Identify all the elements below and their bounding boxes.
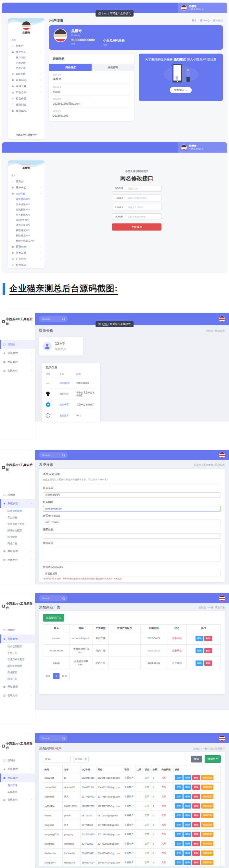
submit-modify-button[interactable]: 立即修改 <box>112 223 162 230</box>
edit-button[interactable]: 编辑 <box>183 794 191 799</box>
user-search-input[interactable] <box>43 756 70 763</box>
sidebar-item-user-center[interactable]: ◉用户中心› <box>8 49 45 55</box>
sidebar-subitem-business-config[interactable]: 商业配置 <box>0 669 35 676</box>
sidebar-item-system-params[interactable]: ◈系统参数› <box>0 765 35 774</box>
sidebar-item-other-tools[interactable]: ◆其他工具› <box>8 83 45 89</box>
sidebar-item-console[interactable]: ▢控制台 <box>0 626 35 634</box>
edit-button[interactable]: 编辑 <box>183 860 191 865</box>
delete-button[interactable]: 删除 <box>192 860 200 865</box>
pskey-input[interactable] <box>126 206 161 209</box>
sidebar-item-donate[interactable]: ¥打赏作者 <box>8 95 45 102</box>
header-avatar[interactable] <box>219 595 225 601</box>
sidebar-item-ad-coop[interactable]: ▤广告合作› <box>8 89 45 95</box>
search-button[interactable]: 搜索 <box>191 756 202 763</box>
sidebar-item-online-pay[interactable]: ▥在线支付› <box>0 795 35 804</box>
edit-button[interactable]: 编辑 <box>183 841 191 846</box>
delete-button[interactable]: 删除 <box>192 813 200 818</box>
search-input[interactable]: Search... <box>39 452 67 458</box>
admin-qq-input[interactable] <box>43 520 221 525</box>
remove-perm-button[interactable]: 移除权限 <box>201 813 213 818</box>
header-avatar[interactable] <box>219 316 225 322</box>
sidebar-item-system-params[interactable]: ◈系统参数› <box>0 499 35 508</box>
remove-perm-button[interactable]: 移除权限 <box>201 841 213 846</box>
tab-my-info[interactable]: 我的信息 <box>49 64 92 71</box>
sidebar-subitem-mail-sms[interactable]: 邮件短信配置 <box>0 527 35 534</box>
login-button[interactable]: 登录 <box>175 832 182 837</box>
login-button[interactable]: 登录 <box>175 813 182 818</box>
login-button[interactable]: 登录 <box>175 794 182 799</box>
icp-input[interactable] <box>43 533 221 539</box>
sidebar-subitem-admin-account[interactable]: 管理员账号配置 <box>0 656 35 663</box>
remove-perm-button[interactable]: 移除权限 <box>201 832 213 837</box>
sidebar-subitem-api[interactable]: 说说删除API <box>8 207 45 212</box>
login-button[interactable]: 登录 <box>175 860 182 865</box>
sidebar-item-site-manage[interactable]: ▣网站管理› <box>0 547 35 556</box>
sidebar-item-console[interactable]: ⌂控制台 <box>8 178 45 184</box>
pagination-last[interactable]: 尾页 <box>59 673 69 679</box>
info-link[interactable]: 我的QQ号 <box>59 381 76 385</box>
delete-button[interactable]: 删除 <box>192 850 200 856</box>
brand[interactable]: 小西瓜API工具箱后台 <box>0 742 35 750</box>
search-input[interactable]: Search... <box>39 735 67 741</box>
delete-button[interactable]: 删除 <box>192 794 200 799</box>
edit-button[interactable]: 编辑 <box>183 775 191 780</box>
add-user-button[interactable]: 添加用户 <box>205 755 221 763</box>
pagination-current[interactable]: 1 <box>53 673 59 679</box>
login-button[interactable]: 登录 <box>175 841 182 846</box>
sidebar-item-site-manage[interactable]: ▣网站管理› <box>0 358 35 366</box>
remove-perm-button[interactable]: 移除权限 <box>201 803 213 809</box>
sidebar-item-online-pay[interactable]: ▥在线支付› <box>0 556 35 564</box>
site-name-input[interactable] <box>43 492 221 498</box>
tab-change-password[interactable]: 修改密码 <box>92 64 134 71</box>
sidebar-item-online-pay[interactable]: ▥在线支付› <box>0 691 35 700</box>
site-url-input[interactable] <box>43 506 221 512</box>
edit-button[interactable]: 编辑 <box>183 850 191 856</box>
sidebar-item-site-manage[interactable]: ▣网站管理› <box>0 774 35 782</box>
remove-perm-button[interactable]: 移除权限 <box>201 794 213 799</box>
login-button[interactable]: 登录 <box>175 775 182 780</box>
login-button[interactable]: 登录 <box>175 850 182 856</box>
info-link[interactable]: 当前版本 <box>59 414 76 417</box>
sidebar-item-get-skey[interactable]: ▣获取skey› <box>8 244 45 250</box>
sidebar-item-get-skey[interactable]: ▣获取skey› <box>8 77 45 83</box>
sidebar-item-online-pay[interactable]: ▥在线支付› <box>0 366 35 375</box>
login-button[interactable]: 登录 <box>175 822 182 828</box>
sidebar-subitem-api[interactable]: 说说评论API <box>8 223 45 228</box>
sidebar-item-feedback[interactable]: ▣反馈BUG <box>8 108 45 114</box>
qq-account-input[interactable] <box>126 187 161 190</box>
sidebar-item-donate[interactable]: ¥打赏作者 <box>8 262 45 268</box>
delete-button[interactable]: 删除 <box>204 648 212 653</box>
delete-button[interactable]: 删除 <box>204 636 212 641</box>
delete-button[interactable]: 删除 <box>192 784 200 790</box>
remove-perm-button[interactable]: 移除权限 <box>201 822 213 828</box>
sidebar-item-ad-coop[interactable]: ▤广告合作› <box>8 256 45 262</box>
sidebar-subitem-login-log[interactable]: 登录记录 <box>8 66 45 71</box>
header-avatar[interactable] <box>219 735 225 741</box>
breadcrumb-item[interactable]: 用户中心 <box>200 19 210 22</box>
qq-nickname-input[interactable] <box>126 216 161 218</box>
sidebar-subitem-api[interactable]: 删除全部好友API <box>8 238 45 244</box>
info-link[interactable]: 您的等级 <box>59 403 76 406</box>
remove-perm-button[interactable]: 移除权限 <box>201 860 213 865</box>
delete-button[interactable]: 删除 <box>192 832 200 837</box>
sidebar-subitem-user-manage[interactable]: 用户管理 <box>0 782 35 789</box>
breadcrumb-item[interactable]: 基本 <box>192 19 197 22</box>
edit-button[interactable]: 编辑 <box>196 648 203 653</box>
remove-perm-button[interactable]: 移除权限 <box>201 784 213 790</box>
remove-perm-button[interactable]: 移除权限 <box>201 775 213 780</box>
pagination-first[interactable]: 首页 <box>43 673 53 679</box>
sidebar-item-system-params[interactable]: ◈系统参数› <box>0 634 35 643</box>
join-group-button[interactable]: 立即加入 → <box>170 87 191 93</box>
sidebar-item-console[interactable]: ▢控制台 <box>0 340 35 349</box>
add-ad-button[interactable]: 添加新的广告 <box>43 614 64 622</box>
sidebar-subitem-user-detail[interactable]: 用户详情 <box>8 55 45 60</box>
brand[interactable]: 小西瓜API工具箱后台 <box>0 602 35 610</box>
search-input[interactable]: Search... <box>39 316 67 322</box>
sidebar-subitem-api[interactable]: 删除好友API <box>8 233 45 238</box>
sidebar-subitem-site-config[interactable]: 站点信息配置 <box>0 508 35 515</box>
sidebar-subitem-api[interactable]: 修改昵称API <box>8 197 45 202</box>
remove-perm-button[interactable]: 移除权限 <box>201 850 213 856</box>
header-user-chip[interactable]: 吴樱奇 小西瓜API站长 <box>178 142 227 153</box>
edit-button[interactable]: 编辑 <box>183 784 191 790</box>
sidebar-subitem-business-ads[interactable]: 商业广告 <box>0 540 35 547</box>
